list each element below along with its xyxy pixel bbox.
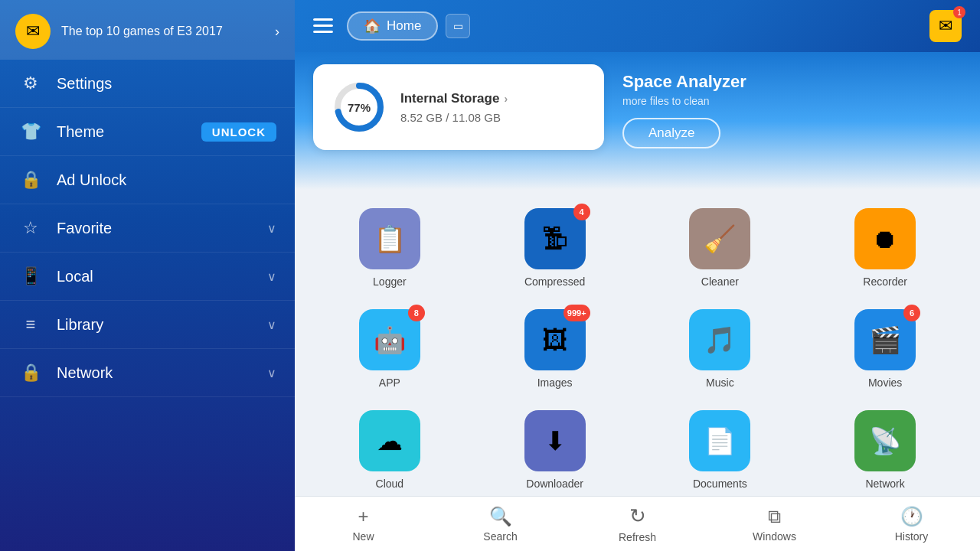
library-chevron-icon: ∨: [267, 318, 276, 332]
logger-icon: 📋: [374, 223, 406, 254]
history-label: History: [895, 530, 929, 543]
sidebar-label-settings: Settings: [57, 75, 276, 93]
refresh-icon: ↻: [629, 504, 646, 528]
mail-badge: 1: [953, 6, 965, 18]
sidebar-notification[interactable]: ✉ The top 10 games of E3 2017 ›: [0, 0, 295, 60]
local-chevron-icon: ∨: [267, 269, 276, 284]
bottom-history-button[interactable]: 🕐 History: [843, 497, 980, 551]
app-item-compressed[interactable]: 🗜 4 Compressed: [479, 202, 632, 294]
sidebar-label-network: Network: [57, 364, 267, 382]
network-icon: 🔒: [18, 363, 43, 383]
documents-label: Documents: [693, 478, 747, 490]
images-badge: 999+: [564, 305, 590, 321]
app-item-downloader[interactable]: ⬇ Downloader: [479, 404, 632, 496]
tab-icon: ▭: [453, 20, 463, 32]
movies-label: Movies: [868, 377, 902, 389]
movies-badge: 6: [903, 305, 920, 321]
recorder-icon-wrap: ⏺: [854, 208, 916, 269]
music-label: Music: [706, 377, 734, 389]
sidebar-label-library: Library: [57, 316, 267, 334]
menu-button[interactable]: [313, 18, 333, 34]
topbar-right: ✉ 1: [929, 10, 962, 42]
sidebar-item-theme[interactable]: 👕 Theme UNLOCK: [0, 108, 295, 156]
home-button[interactable]: 🏠 Home: [347, 11, 438, 41]
settings-icon: ⚙: [18, 73, 43, 93]
cloud-label: Cloud: [376, 478, 404, 490]
app-item-music[interactable]: 🎵 Music: [644, 303, 797, 395]
sidebar-label-favorite: Favorite: [57, 220, 267, 237]
downloader-icon-wrap: ⬇: [524, 410, 586, 471]
logger-icon-wrap: 📋: [359, 208, 420, 269]
bottom-bar: + New 🔍 Search ↻ Refresh ⧉ Windows 🕐 His…: [295, 496, 980, 551]
theme-icon: 👕: [18, 122, 43, 142]
tab-button[interactable]: ▭: [446, 14, 470, 38]
sidebar-item-favorite[interactable]: ☆ Favorite ∨: [0, 204, 295, 253]
sidebar-item-settings[interactable]: ⚙ Settings: [0, 60, 295, 108]
ad-unlock-icon: 🔒: [18, 170, 43, 190]
main-panel: 🏠 Home ▭ ✉ 1 77% Internal Sto: [295, 0, 980, 551]
svg-rect-1: [313, 24, 333, 27]
cleaner-label: Cleaner: [701, 276, 739, 288]
music-icon-wrap: 🎵: [689, 309, 750, 370]
theme-unlock-badge[interactable]: UNLOCK: [201, 122, 276, 142]
recorder-label: Recorder: [863, 276, 907, 288]
app-item-logger[interactable]: 📋 Logger: [313, 202, 466, 294]
sidebar-item-ad-unlock[interactable]: 🔒 Ad Unlock: [0, 156, 295, 204]
storage-card[interactable]: 77% Internal Storage › 8.52 GB / 11.08 G…: [313, 64, 604, 150]
bottom-refresh-button[interactable]: ↻ Refresh: [569, 497, 706, 551]
bottom-search-button[interactable]: 🔍 Search: [432, 497, 569, 551]
app-item-cleaner[interactable]: 🧹 Cleaner: [644, 202, 797, 294]
storage-size-text: 8.52 GB / 11.08 GB: [400, 111, 586, 124]
app-icon: 🤖: [374, 324, 406, 355]
compressed-icon: 🗜: [542, 224, 568, 254]
space-analyzer-subtitle: more files to clean: [622, 95, 746, 107]
sidebar-item-library[interactable]: ≡ Library ∨: [0, 301, 295, 349]
sidebar: ✉ The top 10 games of E3 2017 › ⚙ Settin…: [0, 0, 295, 551]
sidebar-label-local: Local: [57, 268, 267, 285]
bottom-new-button[interactable]: + New: [295, 497, 432, 551]
app-item-documents[interactable]: 📄 Documents: [644, 404, 797, 496]
storage-arrow-icon: ›: [504, 93, 508, 105]
documents-icon-wrap: 📄: [689, 410, 750, 471]
notif-text: The top 10 games of E3 2017: [61, 24, 275, 38]
space-analyzer: Space Analyzer more files to clean Analy…: [622, 64, 746, 148]
images-icon: 🖼: [542, 325, 568, 355]
sidebar-item-local[interactable]: 📱 Local ∨: [0, 253, 295, 301]
analyze-button[interactable]: Analyze: [622, 118, 720, 148]
space-analyzer-title: Space Analyzer: [622, 72, 746, 92]
compressed-badge: 4: [573, 204, 590, 220]
sidebar-label-ad-unlock: Ad Unlock: [57, 171, 276, 189]
new-label: New: [352, 530, 374, 543]
local-icon: 📱: [18, 266, 43, 286]
compressed-icon-wrap: 🗜 4: [524, 208, 586, 269]
search-icon: 🔍: [489, 506, 512, 527]
logger-label: Logger: [373, 276, 407, 288]
app-label: APP: [379, 377, 400, 389]
app-item-recorder[interactable]: ⏺ Recorder: [808, 202, 962, 294]
history-icon: 🕐: [900, 506, 923, 527]
app-item-network2[interactable]: 📡 Network: [808, 404, 962, 496]
app-badge: 8: [408, 305, 425, 321]
network-chevron-icon: ∨: [267, 366, 276, 380]
sidebar-item-network[interactable]: 🔒 Network ∨: [0, 349, 295, 397]
mail-button[interactable]: ✉ 1: [929, 10, 962, 42]
storage-percent-label: 77%: [348, 101, 371, 114]
movies-icon: 🎬: [869, 324, 901, 355]
app-item-images[interactable]: 🖼 999+ Images: [479, 303, 632, 395]
app-item-app[interactable]: 🤖 8 APP: [313, 303, 466, 395]
music-icon: 🎵: [704, 324, 736, 355]
bottom-windows-button[interactable]: ⧉ Windows: [706, 497, 843, 551]
storage-donut: 77%: [332, 80, 387, 135]
cloud-icon: ☁: [377, 425, 403, 456]
movies-icon-wrap: 🎬 6: [854, 309, 916, 370]
app-item-cloud[interactable]: ☁ Cloud: [313, 404, 466, 496]
downloader-label: Downloader: [526, 478, 583, 490]
cleaner-icon: 🧹: [704, 223, 736, 254]
images-icon-wrap: 🖼 999+: [524, 309, 586, 370]
app-grid: 📋 Logger 🗜 4 Compressed 🧹 Cleaner ⏺ Reco…: [313, 202, 962, 496]
app-item-movies[interactable]: 🎬 6 Movies: [808, 303, 962, 395]
windows-label: Windows: [753, 530, 796, 543]
svg-rect-0: [313, 18, 333, 21]
cloud-icon-wrap: ☁: [359, 410, 420, 471]
home-icon: 🏠: [364, 18, 381, 34]
